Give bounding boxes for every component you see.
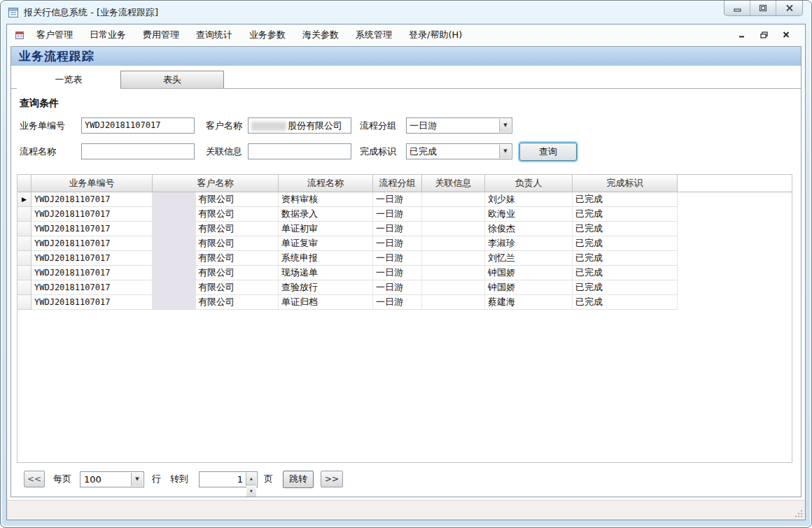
minimize-button[interactable]	[724, 1, 750, 15]
cell-related-info	[422, 251, 485, 266]
row-selector[interactable]	[18, 266, 31, 280]
table-row[interactable]: YWDJ20181107017有限公司查验放行一日游钟国娇已完成	[18, 280, 692, 295]
complete-flag-value: 已完成	[410, 146, 437, 157]
jump-button[interactable]: 跳转	[283, 471, 314, 488]
menu-item-login-help[interactable]: 登录/帮助(H)	[400, 27, 470, 43]
main-panel: 业务流程跟踪 一览表 表头 查询条件 业务单编号 YWDJ20181107017…	[10, 46, 802, 497]
chevron-down-icon[interactable]: ▼	[499, 145, 511, 158]
table-row[interactable]: YWDJ20181107017有限公司现场递单一日游钟国娇已完成	[18, 266, 692, 280]
spinner-down-icon[interactable]: ▼	[246, 485, 256, 497]
column-header-customer[interactable]: 客户名称	[153, 175, 279, 192]
column-header-flow-name[interactable]: 流程名称	[279, 175, 373, 192]
table-row[interactable]: YWDJ20181107017有限公司单证初审一日游徐俊杰已完成	[18, 222, 692, 236]
column-header-owner[interactable]: 负责人	[485, 175, 573, 192]
chevron-down-icon[interactable]: ▼	[131, 473, 143, 486]
cell-owner: 刘少妹	[485, 192, 573, 207]
redacted-customer-name	[153, 236, 196, 251]
mdi-child-icon	[14, 29, 25, 41]
cell-order-no: YWDJ20181107017	[31, 280, 153, 295]
cell-owner: 欧海业	[485, 207, 573, 222]
cell-related-info	[422, 207, 485, 222]
table-row[interactable]: YWDJ20181107017有限公司系统申报一日游刘忆兰已完成	[18, 251, 692, 266]
maximize-button[interactable]	[750, 1, 776, 15]
rows-unit-label: 行	[152, 473, 161, 485]
menu-item-customer-mgmt[interactable]: 客户管理	[28, 27, 81, 43]
row-selector[interactable]	[18, 222, 31, 236]
mdi-close-button[interactable]	[781, 30, 791, 40]
cell-flow-name: 查验放行	[279, 280, 373, 295]
menu-item-business-params[interactable]: 业务参数	[241, 27, 294, 43]
cell-customer: 有限公司	[153, 295, 279, 310]
cell-order-no: YWDJ20181107017	[31, 266, 153, 280]
redacted-customer-name	[153, 222, 196, 236]
flow-group-value: 一日游	[410, 120, 437, 131]
mdi-restore-button[interactable]	[759, 30, 769, 40]
complete-flag-select[interactable]: 已完成 ▼	[406, 143, 512, 159]
client-area: 客户管理 日常业务 费用管理 查询统计 业务参数 海关参数 系统管理 登录/帮助…	[6, 24, 806, 520]
maximize-icon	[759, 4, 767, 12]
resize-grip-icon[interactable]	[794, 509, 803, 518]
per-page-select[interactable]: 100 ▼	[80, 471, 144, 487]
query-section-title: 查询条件	[20, 97, 59, 110]
tab-header[interactable]: 表头	[120, 71, 224, 88]
row-selector[interactable]	[18, 295, 31, 310]
column-header-order-no[interactable]: 业务单编号	[31, 175, 153, 192]
tab-strip: 一览表 表头	[11, 66, 801, 89]
spinner-up-icon[interactable]: ▲	[246, 473, 256, 485]
order-no-label: 业务单编号	[20, 117, 65, 134]
row-selector[interactable]	[18, 280, 31, 295]
tab-label: 表头	[163, 73, 181, 86]
order-no-input[interactable]: YWDJ20181107017	[81, 117, 195, 134]
column-header-flow-group[interactable]: 流程分组	[373, 175, 422, 192]
column-header-status[interactable]: 完成标识	[573, 175, 678, 192]
window-controls	[724, 1, 803, 16]
redacted-customer-prefix	[251, 122, 286, 131]
mdi-window-controls	[736, 30, 798, 40]
search-button[interactable]: 查询	[519, 143, 577, 161]
close-button[interactable]	[776, 1, 802, 15]
row-selector[interactable]: ▶	[18, 192, 31, 207]
cell-order-no: YWDJ20181107017	[31, 236, 153, 251]
table-row[interactable]: YWDJ20181107017有限公司单证复审一日游李淑珍已完成	[18, 236, 692, 251]
menu-item-system-mgmt[interactable]: 系统管理	[347, 27, 400, 43]
cell-related-info	[422, 280, 485, 295]
table-row[interactable]: YWDJ20181107017有限公司数据录入一日游欧海业已完成	[18, 207, 692, 222]
next-page-button[interactable]: >>	[321, 471, 343, 487]
cell-status: 已完成	[573, 222, 678, 236]
redacted-customer-name	[153, 280, 196, 295]
table-row[interactable]: YWDJ20181107017有限公司单证归档一日游蔡建海已完成	[18, 295, 692, 310]
flow-group-select[interactable]: 一日游 ▼	[406, 117, 512, 134]
column-header-related-info[interactable]: 关联信息	[422, 175, 485, 192]
cell-flow-name: 现场递单	[279, 266, 373, 280]
cell-order-no: YWDJ20181107017	[31, 207, 153, 222]
status-bar	[7, 500, 805, 520]
row-selector[interactable]	[18, 236, 31, 251]
row-selector[interactable]	[18, 251, 31, 266]
redacted-customer-name	[153, 192, 196, 207]
prev-page-button[interactable]: <<	[24, 471, 45, 487]
page-number-stepper: ▲ ▼	[246, 473, 256, 486]
cell-flow-group: 一日游	[373, 207, 422, 222]
minimize-icon	[738, 31, 745, 38]
menu-item-customs-params[interactable]: 海关参数	[294, 27, 347, 43]
row-selector[interactable]	[18, 207, 31, 222]
flow-name-input[interactable]	[81, 143, 195, 159]
chevron-down-icon[interactable]: ▼	[499, 119, 511, 132]
customer-name-input[interactable]: 股份有限公司	[248, 117, 351, 134]
related-info-input[interactable]	[248, 143, 351, 159]
cell-owner: 刘忆兰	[485, 251, 573, 266]
table-row[interactable]: ▶YWDJ20181107017有限公司资料审核一日游刘少妹已完成	[18, 192, 692, 207]
cell-related-info	[422, 236, 485, 251]
cell-flow-group: 一日游	[373, 266, 422, 280]
cell-flow-group: 一日游	[373, 236, 422, 251]
menu-item-fee-mgmt[interactable]: 费用管理	[134, 27, 188, 43]
cell-flow-group: 一日游	[373, 222, 422, 236]
page-number-input[interactable]: 1 ▲ ▼	[199, 471, 258, 487]
complete-flag-label: 完成标识	[360, 143, 396, 159]
mdi-minimize-button[interactable]	[736, 30, 746, 40]
cell-customer: 有限公司	[153, 192, 279, 207]
tab-overview[interactable]: 一览表	[17, 70, 120, 89]
menu-bar: 客户管理 日常业务 费用管理 查询统计 业务参数 海关参数 系统管理 登录/帮助…	[7, 24, 805, 45]
menu-item-daily-business[interactable]: 日常业务	[81, 27, 134, 43]
menu-item-query-stats[interactable]: 查询统计	[188, 27, 241, 43]
